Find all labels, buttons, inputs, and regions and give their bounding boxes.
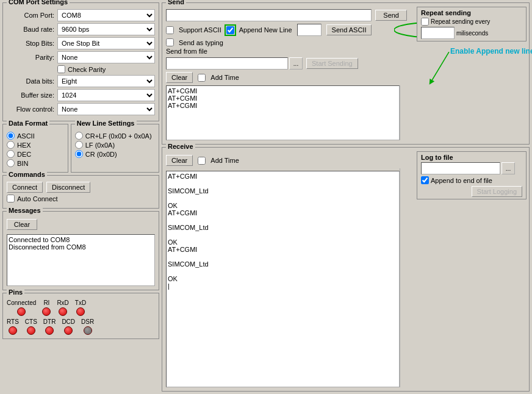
recv-line-12: [168, 253, 398, 260]
append-new-line-checkbox[interactable]: [226, 26, 234, 34]
receive-clear-button[interactable]: Clear: [166, 155, 193, 166]
pin-rxd: RxD: [57, 299, 68, 316]
send-input[interactable]: AT+CGMI: [166, 9, 372, 21]
recv-line-11: AT+CGMI: [168, 246, 398, 253]
bin-radio[interactable]: [7, 159, 15, 167]
messages-clear-button[interactable]: Clear: [7, 219, 37, 230]
send-from-file-label: Send from file: [166, 48, 207, 55]
buffer-size-label: Buffer size:: [7, 91, 54, 99]
recv-line-10: OK: [168, 238, 398, 246]
send-textarea: AT+CGMI AT+CGMI AT+CGMI: [166, 85, 400, 140]
flow-control-label: Flow control:: [7, 106, 54, 113]
stop-bits-select[interactable]: One Stop Bit: [57, 37, 155, 49]
pins-title: Pins: [7, 288, 24, 296]
pin-dsr: DSR: [81, 318, 94, 335]
start-logging-button[interactable]: Start Logging: [472, 186, 522, 197]
recv-line-9: [168, 231, 398, 238]
send-text-line-2: AT+CGMI: [168, 95, 398, 102]
append-new-line-label: Append New Line: [239, 26, 292, 34]
pin-dcd-led: [64, 326, 73, 335]
stop-bits-label: Stop Bits:: [7, 40, 54, 47]
pin-txd-label: TxD: [75, 299, 86, 306]
check-parity-checkbox[interactable]: [57, 65, 65, 73]
send-as-typing-checkbox[interactable]: [166, 38, 174, 46]
support-ascii-checkbox[interactable]: [166, 26, 174, 34]
send-group: Send AT+CGMI Send Support ASCII Append N…: [162, 2, 530, 145]
send-ascii-button[interactable]: Send ASCII: [326, 24, 372, 35]
pin-cts-label: CTS: [25, 318, 37, 325]
hex-radio[interactable]: [7, 141, 15, 149]
pin-connected-led: [17, 307, 26, 316]
pin-cts-led: [27, 326, 35, 335]
dec-radio[interactable]: [7, 150, 15, 158]
pin-txd-led: [76, 307, 85, 316]
send-text-line-3: AT+CGMI: [168, 102, 398, 109]
recv-line-7: [168, 217, 398, 224]
append-to-end-label: Append to end of file: [431, 177, 492, 184]
send-as-typing-label: Send as typing: [179, 39, 223, 46]
pin-dsr-led: [84, 326, 92, 335]
repeat-sending-group: Repeat sending Repeat sending every 1000…: [417, 7, 527, 41]
baud-rate-label: Baud rate:: [7, 26, 54, 33]
com-port-label: Com Port:: [7, 12, 54, 19]
crlf-radio[interactable]: [75, 132, 83, 140]
ascii-spinbox[interactable]: 65: [297, 24, 322, 36]
baud-rate-select[interactable]: 9600 bps: [57, 23, 155, 35]
buffer-size-select[interactable]: 1024: [57, 89, 155, 101]
auto-connect-checkbox[interactable]: [7, 195, 15, 202]
repeat-ms-input[interactable]: 1000: [421, 27, 455, 39]
check-parity-label: Check Parity: [68, 66, 106, 73]
send-text-line-1: AT+CGMI: [168, 87, 398, 95]
pin-dtr-label: DTR: [43, 318, 56, 325]
receive-add-time-label: Add Time: [210, 157, 239, 164]
log-file-browse-button[interactable]: ...: [501, 162, 515, 174]
data-bits-select[interactable]: Eight: [57, 75, 155, 87]
pin-txd: TxD: [75, 299, 86, 316]
send-clear-button[interactable]: Clear: [166, 72, 193, 83]
log-to-file-title: Log to file: [421, 154, 522, 161]
recv-line-3: SIMCOM_Ltd: [168, 187, 398, 195]
recv-line-16: |: [168, 282, 398, 290]
auto-connect-label: Auto Connect: [17, 195, 58, 202]
pins-group: Pins Connected RI RxD: [2, 293, 159, 339]
pin-dtr: DTR: [43, 318, 56, 335]
pin-dsr-label: DSR: [81, 318, 94, 325]
svg-line-1: [431, 52, 449, 82]
send-file-input[interactable]: [166, 57, 288, 70]
parity-select[interactable]: None: [57, 51, 155, 63]
send-scrollbar[interactable]: [400, 85, 407, 140]
flow-control-select[interactable]: None: [57, 103, 155, 115]
disconnect-button[interactable]: Disconnect: [46, 182, 90, 193]
messages-line-2: Disconnected from COM8: [9, 243, 153, 251]
data-format-group: Data Format ASCII HEX DEC BIN: [2, 124, 68, 173]
send-add-time-checkbox[interactable]: [198, 74, 206, 82]
send-file-browse-button[interactable]: ...: [289, 57, 303, 70]
recv-line-15: OK: [168, 275, 398, 282]
pin-ri-led: [42, 307, 51, 316]
recv-line-2: [168, 180, 398, 187]
com-port-select[interactable]: COM8: [57, 9, 155, 21]
ascii-radio[interactable]: [7, 132, 15, 140]
messages-group: Messages Clear Connected to COM8 Disconn…: [2, 211, 159, 290]
repeat-every-checkbox[interactable]: [421, 18, 429, 26]
recv-line-6: AT+CGMI: [168, 209, 398, 217]
receive-add-time-checkbox[interactable]: [198, 157, 206, 165]
pin-ri-label: RI: [43, 299, 49, 306]
receive-scrollbar[interactable]: [400, 168, 407, 387]
pin-dcd-label: DCD: [62, 318, 75, 325]
new-line-settings-group: New Line Settings CR+LF (0x0D + 0x0A) LF…: [71, 124, 159, 173]
lf-radio[interactable]: [75, 141, 83, 149]
support-ascii-label: Support ASCII: [179, 26, 221, 34]
start-sending-button[interactable]: Start Sending: [306, 58, 358, 69]
repeat-ms-label: miliseconds: [456, 30, 488, 37]
send-button[interactable]: Send: [375, 10, 407, 21]
receive-group: Receive Log to file ... Append to end of…: [162, 147, 530, 392]
append-to-end-checkbox[interactable]: [421, 176, 429, 184]
pin-rxd-led: [59, 307, 67, 316]
log-file-input[interactable]: [421, 162, 500, 174]
send-add-time-label: Add Time: [210, 74, 239, 81]
pin-rts-label: RTS: [7, 318, 19, 325]
connect-button[interactable]: Connect: [7, 182, 43, 193]
cr-radio[interactable]: [75, 150, 83, 158]
pin-dcd: DCD: [62, 318, 75, 335]
